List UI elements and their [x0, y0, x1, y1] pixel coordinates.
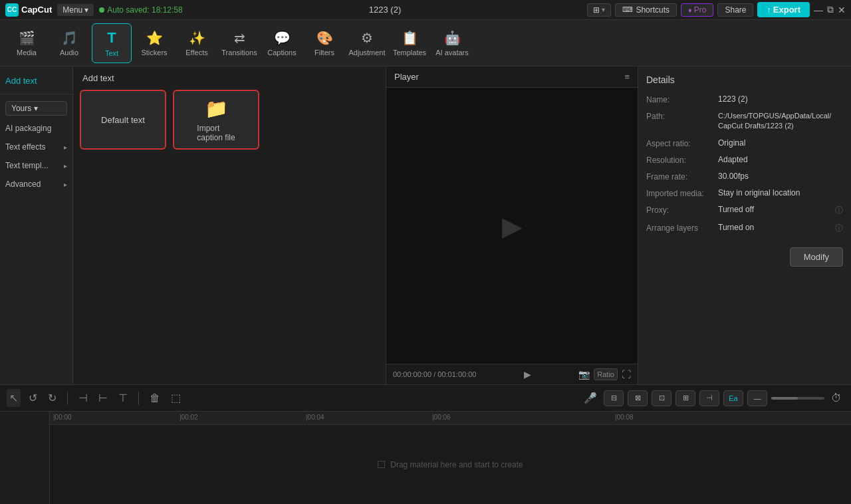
app-logo: CC CapCut — [5, 3, 52, 17]
select-tool[interactable]: ↖ — [7, 389, 21, 407]
drop-zone-icon: □ — [378, 457, 385, 471]
timeline-track-area: □ Drag material here and start to create — [50, 425, 851, 504]
content-header: Add text — [80, 73, 379, 83]
project-title: 1223 (2) — [188, 5, 582, 15]
proxy-info-icon[interactable]: ⓘ — [835, 205, 843, 216]
clock-tool[interactable]: ⏱ — [828, 390, 844, 407]
tool-filters[interactable]: 🎨 Filters — [304, 23, 344, 63]
autosave-status: Auto saved: 18:12:58 — [99, 5, 182, 15]
tool-effects[interactable]: ✨ Effects — [177, 23, 217, 63]
split-left-tool[interactable]: ⊣ — [76, 389, 90, 407]
tool-transitions-label: Transitions — [221, 49, 257, 57]
tool-effects-label: Effects — [185, 49, 207, 57]
tool-stickers[interactable]: ⭐ Stickers — [134, 23, 174, 63]
timeline: ↖ ↺ ↻ ⊣ ⊢ ⊤ 🗑 ⬚ 🎤 ⊟ ⊠ ⊡ ⊞ ⊣ Ea — ⏱ |0 — [0, 384, 851, 504]
zoom-slider[interactable] — [771, 397, 824, 400]
add-text-button[interactable]: Add text — [0, 72, 72, 90]
zoom-minus[interactable]: — — [747, 390, 767, 406]
toolbar-divider — [67, 392, 68, 405]
fullscreen-button[interactable]: ⛶ — [622, 369, 631, 380]
monitor-button[interactable]: ⊞ ▾ — [587, 3, 611, 17]
divider — [0, 94, 72, 94]
sidebar-item-ai-packaging[interactable]: AI packaging — [0, 120, 72, 137]
minimize-button[interactable]: — — [814, 5, 823, 15]
sidebar-item-text-template[interactable]: Text templ... ▸ — [0, 157, 72, 174]
tool-text-label: Text — [105, 49, 118, 57]
ai-packaging-label: AI packaging — [5, 124, 51, 133]
player-title: Player — [394, 72, 419, 82]
split-top-tool[interactable]: ⊤ — [116, 389, 130, 407]
detail-path-value: C:/Users/TOPGUS/AppData/Local/CapCut Dra… — [718, 111, 843, 132]
tool-captions[interactable]: 💬 Captions — [262, 23, 302, 63]
redo-tool[interactable]: ↻ — [45, 389, 59, 407]
arrange-info-icon[interactable]: ⓘ — [835, 223, 843, 234]
restore-button[interactable]: ⧉ — [827, 4, 834, 15]
undo-tool[interactable]: ↺ — [26, 389, 40, 407]
tool-transitions[interactable]: ⇄ Transitions — [219, 23, 259, 63]
autosave-dot-icon — [99, 7, 104, 13]
text-icon: T — [107, 29, 116, 47]
tool-adjustment[interactable]: ⚙ Adjustment — [347, 23, 387, 63]
pro-button[interactable]: ♦ Pro — [681, 3, 713, 17]
timeline-right-tools: 🎤 ⊟ ⊠ ⊡ ⊞ ⊣ Ea — ⏱ — [581, 389, 844, 407]
detail-row-resolution: Resolution: Adapted — [646, 155, 843, 165]
sidebar: Add text Yours ▾ AI packaging Text effec… — [0, 66, 73, 384]
drop-zone-text: Drag material here and start to create — [390, 460, 523, 469]
toolbar-divider2 — [138, 392, 139, 405]
camera-button[interactable]: 📷 — [578, 369, 590, 380]
tool-templates[interactable]: 📋 Templates — [390, 23, 429, 63]
import-caption-card[interactable]: 📁 Importcaption file — [173, 90, 259, 150]
audio-icon: 🎵 — [61, 30, 78, 46]
default-text-card[interactable]: Default text — [80, 90, 166, 150]
shortcuts-button[interactable]: ⌨ Shortcuts — [615, 3, 677, 17]
tool-media[interactable]: 🎬 Media — [7, 23, 47, 63]
tool-ai-avatars[interactable]: 🤖 AI avatars — [432, 23, 472, 63]
logo-icon: CC — [5, 3, 19, 17]
tl-btn-2[interactable]: ⊠ — [628, 390, 648, 406]
sidebar-item-text-effects[interactable]: Text effects ▸ — [0, 138, 72, 156]
tl-btn-5[interactable]: ⊣ — [699, 390, 719, 406]
detail-aspect-label: Aspect ratio: — [646, 138, 713, 148]
tool-text[interactable]: T Text — [92, 23, 132, 63]
details-panel: Details Name: 1223 (2) Path: C:/Users/TO… — [638, 66, 851, 384]
modify-button[interactable]: Modify — [790, 247, 843, 267]
toolbar: 🎬 Media 🎵 Audio T Text ⭐ Stickers ✨ Effe… — [0, 20, 851, 66]
share-button[interactable]: Share — [717, 3, 753, 17]
detail-row-arrange: Arrange layers Turned on ⓘ — [646, 223, 843, 234]
close-button[interactable]: ✕ — [838, 5, 846, 15]
detail-row-name: Name: 1223 (2) — [646, 94, 843, 104]
detail-proxy-value: Turned off — [718, 205, 830, 214]
tool-captions-label: Captions — [267, 49, 296, 57]
menu-button[interactable]: Menu ▾ — [57, 4, 94, 16]
player-menu-icon[interactable]: ≡ — [624, 72, 630, 82]
ai-avatars-icon: 🤖 — [444, 30, 461, 46]
timeline-body: |00:00 |00:02 |00:04 |00:06 |00:08 □ Dra… — [0, 412, 851, 504]
play-button[interactable]: ▶ — [524, 369, 531, 380]
tool-audio[interactable]: 🎵 Audio — [49, 23, 89, 63]
ratio-button[interactable]: Ratio — [594, 368, 618, 380]
delete-tool[interactable]: 🗑 — [147, 390, 163, 407]
player-footer: 00:00:00:00 / 00:01:00:00 ▶ 📷 Ratio ⛶ — [386, 364, 638, 384]
tl-btn-1[interactable]: ⊟ — [604, 390, 624, 406]
content-panel: Add text Default text 📁 Importcaption fi… — [73, 66, 386, 384]
tool-ai-avatars-label: AI avatars — [435, 49, 469, 57]
detail-row-aspect: Aspect ratio: Original — [646, 138, 843, 148]
detail-imported-value: Stay in original location — [718, 188, 843, 197]
export-button[interactable]: ↑ Export — [757, 2, 810, 17]
text-template-label: Text templ... — [5, 161, 49, 170]
sidebar-item-advanced[interactable]: Advanced ▸ — [0, 176, 72, 193]
yours-selector[interactable]: Yours ▾ — [5, 101, 67, 116]
detail-aspect-value: Original — [718, 138, 843, 148]
split-right-tool[interactable]: ⊢ — [96, 389, 110, 407]
transform-tool[interactable]: ⬚ — [168, 389, 183, 407]
detail-arrange-label: Arrange layers — [646, 223, 713, 233]
ruler-mark-0: |00:00 — [53, 414, 72, 421]
effects-icon: ✨ — [189, 30, 205, 46]
detail-framerate-label: Frame rate: — [646, 172, 713, 182]
mic-tool[interactable]: 🎤 — [581, 389, 600, 407]
tl-btn-6[interactable]: Ea — [723, 390, 743, 406]
detail-arrange-value: Turned on — [718, 223, 830, 232]
tl-btn-4[interactable]: ⊞ — [675, 390, 695, 406]
tl-btn-3[interactable]: ⊡ — [652, 390, 671, 406]
advanced-arrow-icon: ▸ — [64, 181, 67, 188]
